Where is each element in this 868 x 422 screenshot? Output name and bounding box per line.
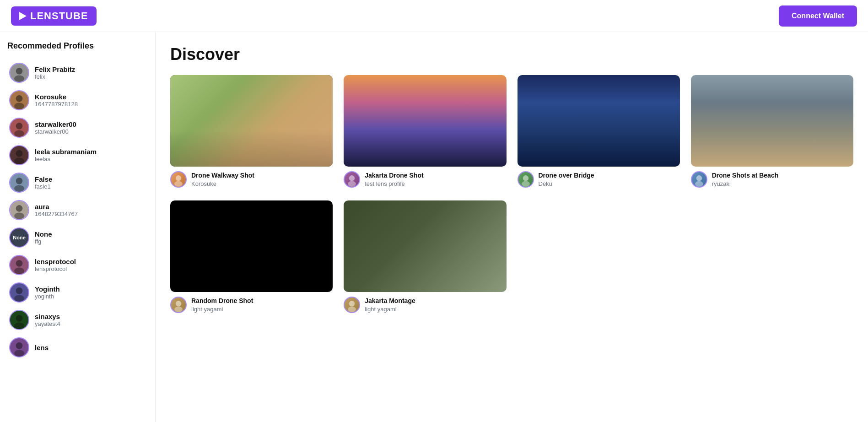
profile-list: Felix Prabitzfelix Korosuke1647787978128… xyxy=(7,59,148,361)
svg-point-14 xyxy=(14,185,24,192)
avatar: None xyxy=(9,227,29,248)
svg-point-41 xyxy=(348,306,356,312)
sidebar-profile-item[interactable]: Korosuke1647787978128 xyxy=(7,87,148,114)
avatar xyxy=(9,173,29,193)
video-title: Drone over Bridge xyxy=(539,171,594,179)
video-card[interactable]: Random Drone Shotlight yagami xyxy=(170,200,333,313)
svg-point-16 xyxy=(16,205,23,212)
logo-text: LENSTUBE xyxy=(30,10,88,22)
svg-point-17 xyxy=(14,212,24,219)
video-meta: Drone Shots at Beachryuzaki xyxy=(691,171,853,188)
avatar xyxy=(9,63,29,83)
svg-point-35 xyxy=(522,181,530,186)
main-layout: Recommeded Profiles Felix Prabitzfelix K… xyxy=(0,32,868,422)
video-card[interactable]: Drone Walkway ShotKorosuke xyxy=(170,75,333,188)
video-title: Jakarta Montage xyxy=(365,297,415,305)
svg-point-33 xyxy=(348,181,356,186)
video-author-avatar xyxy=(344,297,360,313)
svg-point-4 xyxy=(16,95,23,102)
svg-point-26 xyxy=(14,322,24,329)
video-author: light yagami xyxy=(365,306,415,313)
video-thumbnail xyxy=(518,75,680,167)
svg-point-5 xyxy=(14,103,24,109)
video-author: test lens profile xyxy=(365,180,423,187)
avatar xyxy=(9,200,29,220)
sidebar-profile-item[interactable]: aura1648279334767 xyxy=(7,196,148,224)
video-author-avatar xyxy=(518,171,534,188)
avatar xyxy=(9,282,29,303)
profile-name: leela subramaniam xyxy=(35,148,97,156)
svg-point-38 xyxy=(176,301,181,306)
sidebar-profile-item[interactable]: NoneNoneffg xyxy=(7,224,148,251)
video-info: Drone Shots at Beachryuzaki xyxy=(712,171,778,187)
svg-point-20 xyxy=(14,267,24,274)
profile-handle: ffg xyxy=(35,238,52,245)
sidebar-title: Recommeded Profiles xyxy=(7,41,148,51)
avatar xyxy=(9,145,29,165)
svg-point-2 xyxy=(14,75,24,82)
video-title: Drone Shots at Beach xyxy=(712,171,778,179)
video-author: Deku xyxy=(539,180,594,187)
sidebar-profile-item[interactable]: leela subramaniamleelas xyxy=(7,141,148,169)
connect-wallet-button[interactable]: Connect Wallet xyxy=(779,5,857,27)
sidebar-profile-item[interactable]: Felix Prabitzfelix xyxy=(7,59,148,87)
profile-name: False xyxy=(35,175,52,183)
sidebar: Recommeded Profiles Felix Prabitzfelix K… xyxy=(0,32,156,422)
svg-point-1 xyxy=(16,68,23,75)
svg-point-31 xyxy=(174,181,183,186)
sidebar-profile-item[interactable]: Falsefasle1 xyxy=(7,169,148,196)
svg-point-40 xyxy=(349,301,355,306)
video-card[interactable]: Drone over BridgeDeku xyxy=(518,75,680,188)
svg-point-32 xyxy=(349,175,355,181)
profile-handle: starwalker00 xyxy=(35,128,76,135)
sidebar-profile-item[interactable]: lens xyxy=(7,334,148,361)
svg-point-7 xyxy=(16,123,23,130)
sidebar-profile-item[interactable]: lensprotocollensprotocol xyxy=(7,251,148,279)
svg-point-10 xyxy=(16,150,23,157)
content-area: Discover Drone Walkway ShotKorosuke Jaka… xyxy=(156,32,868,422)
video-meta: Drone Walkway ShotKorosuke xyxy=(170,171,333,188)
video-author-avatar xyxy=(344,171,360,188)
svg-point-37 xyxy=(695,181,703,186)
video-author-avatar xyxy=(691,171,707,188)
video-meta: Drone over BridgeDeku xyxy=(518,171,680,188)
video-card[interactable]: Jakarta Drone Shottest lens profile xyxy=(344,75,506,188)
profile-name: Felix Prabitz xyxy=(35,65,75,73)
video-author: ryuzaki xyxy=(712,180,778,187)
sidebar-profile-item[interactable]: starwalker00starwalker00 xyxy=(7,114,148,141)
profile-name: aura xyxy=(35,203,78,211)
avatar xyxy=(9,337,29,357)
svg-point-13 xyxy=(16,178,23,184)
profile-name: sinaxys xyxy=(35,313,60,320)
video-card[interactable]: Jakarta Montagelight yagami xyxy=(344,200,506,313)
avatar xyxy=(9,310,29,330)
svg-point-39 xyxy=(174,306,183,312)
profile-name: lensprotocol xyxy=(35,258,76,265)
video-thumbnail xyxy=(170,200,333,292)
video-info: Drone Walkway ShotKorosuke xyxy=(191,171,254,187)
logo-button[interactable]: LENSTUBE xyxy=(11,6,97,26)
video-card[interactable]: Drone Shots at Beachryuzaki xyxy=(691,75,853,188)
video-meta: Random Drone Shotlight yagami xyxy=(170,297,333,313)
svg-point-29 xyxy=(14,350,24,357)
video-title: Random Drone Shot xyxy=(191,297,253,305)
video-thumbnail xyxy=(344,75,506,167)
video-info: Jakarta Drone Shottest lens profile xyxy=(365,171,423,187)
svg-point-36 xyxy=(696,175,702,181)
profile-handle: felix xyxy=(35,73,75,80)
profile-handle: lensprotocol xyxy=(35,265,76,272)
svg-point-22 xyxy=(16,287,23,294)
svg-point-28 xyxy=(16,342,23,349)
sidebar-profile-item[interactable]: sinaxysyayatest4 xyxy=(7,306,148,334)
sidebar-profile-item[interactable]: Yoginthyoginth xyxy=(7,279,148,306)
svg-point-23 xyxy=(14,295,24,302)
avatar xyxy=(9,90,29,110)
profile-name: Korosuke xyxy=(35,93,78,101)
video-info: Drone over BridgeDeku xyxy=(539,171,594,187)
video-meta: Jakarta Drone Shottest lens profile xyxy=(344,171,506,188)
video-thumbnail xyxy=(691,75,853,167)
video-author: light yagami xyxy=(191,306,253,313)
profile-handle: fasle1 xyxy=(35,183,52,190)
video-info: Random Drone Shotlight yagami xyxy=(191,297,253,313)
svg-point-30 xyxy=(176,175,181,181)
